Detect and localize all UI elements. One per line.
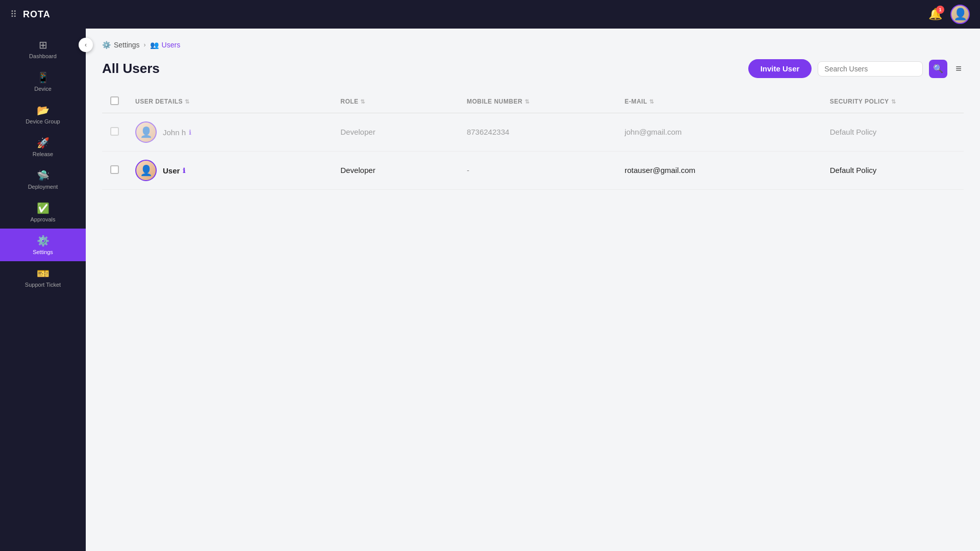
sidebar-item-device-group[interactable]: 📂 Device Group xyxy=(0,98,86,131)
sort-mobile-icon[interactable]: ⇅ xyxy=(525,98,530,105)
deployment-icon: 🛸 xyxy=(37,169,50,182)
th-email: E-MAIL ⇅ xyxy=(617,90,822,113)
invite-user-button[interactable]: Invite User xyxy=(748,59,812,78)
table-header-row: USER DETAILS ⇅ ROLE ⇅ MOBILE NUMBER xyxy=(102,90,964,113)
email-value-0: john@gmail.com xyxy=(625,128,682,136)
search-button[interactable]: 🔍 xyxy=(929,60,947,78)
settings-icon: ⚙️ xyxy=(37,235,50,247)
topbar-right: 🔔 1 👤 xyxy=(928,5,970,24)
breadcrumb: ⚙️ Settings › 👥 Users xyxy=(102,41,964,49)
user-name-0: John h ℹ xyxy=(163,128,191,137)
sort-security-policy-icon[interactable]: ⇅ xyxy=(891,98,896,105)
page-header-actions: Invite User 🔍 ≡ xyxy=(748,59,964,78)
sidebar-item-support-ticket[interactable]: 🎫 Support Ticket xyxy=(0,261,86,294)
breadcrumb-current-icon: 👥 xyxy=(150,41,159,49)
notification-badge: 1 xyxy=(936,6,944,14)
sort-user-details-icon[interactable]: ⇅ xyxy=(185,98,190,105)
sidebar-label-approvals: Approvals xyxy=(31,216,56,222)
role-value-1: Developer xyxy=(340,166,375,174)
page-title: All Users xyxy=(102,61,160,77)
page-header: All Users Invite User 🔍 ≡ xyxy=(102,59,964,78)
sidebar-label-device: Device xyxy=(34,86,52,92)
user-avatar-0: 👤 xyxy=(135,121,157,143)
row-mobile-0: 8736242334 xyxy=(458,113,616,152)
th-security-policy: SECURITY POLICY ⇅ xyxy=(822,90,964,113)
search-box xyxy=(818,61,923,77)
row-role-0: Developer xyxy=(332,113,458,152)
th-role: ROLE ⇅ xyxy=(332,90,458,113)
sidebar-item-dashboard[interactable]: ⊞ Dashboard xyxy=(0,33,86,65)
th-role-label: ROLE xyxy=(340,98,358,105)
th-mobile-number: MOBILE NUMBER ⇅ xyxy=(458,90,616,113)
release-icon: 🚀 xyxy=(37,137,50,149)
user-avatar-icon-0: 👤 xyxy=(140,126,153,138)
filter-button[interactable]: ≡ xyxy=(953,61,964,77)
filter-icon: ≡ xyxy=(955,63,962,74)
security-policy-value-0: Default Policy xyxy=(830,128,877,136)
row-checkbox-0[interactable] xyxy=(110,127,119,136)
sidebar-item-approvals[interactable]: ✅ Approvals xyxy=(0,196,86,229)
breadcrumb-current-label: Users xyxy=(162,41,181,49)
table-row: 👤 User ℹ Developer - rotauser@gmail.com … xyxy=(102,152,964,190)
row-checkbox-1[interactable] xyxy=(110,165,119,174)
row-role-1: Developer xyxy=(332,152,458,190)
avatar-icon: 👤 xyxy=(953,8,967,21)
device-group-icon: 📂 xyxy=(37,104,50,116)
dashboard-icon: ⊞ xyxy=(39,39,47,51)
row-security-policy-1: Default Policy xyxy=(822,152,964,190)
th-checkbox xyxy=(102,90,127,113)
th-user-details: USER DETAILS ⇅ xyxy=(127,90,332,113)
sort-email-icon[interactable]: ⇅ xyxy=(649,98,654,105)
device-icon: 📱 xyxy=(37,71,50,84)
sidebar-label-release: Release xyxy=(33,151,53,157)
users-table: USER DETAILS ⇅ ROLE ⇅ MOBILE NUMBER xyxy=(102,90,964,190)
row-mobile-1: - xyxy=(458,152,616,190)
sidebar-item-release[interactable]: 🚀 Release xyxy=(0,131,86,163)
topbar-left: ⠿ ROTA xyxy=(10,9,51,20)
breadcrumb-settings[interactable]: ⚙️ Settings xyxy=(102,41,140,49)
select-all-checkbox[interactable] xyxy=(110,96,119,105)
sidebar-label-device-group: Device Group xyxy=(26,118,60,124)
user-name-1: User ℹ xyxy=(163,166,185,175)
user-avatar-1: 👤 xyxy=(135,160,157,181)
table-row: 👤 John h ℹ Developer 8736242334 john@gma… xyxy=(102,113,964,152)
th-user-details-label: USER DETAILS xyxy=(135,98,183,105)
sidebar-item-deployment[interactable]: 🛸 Deployment xyxy=(0,163,86,196)
user-avatar[interactable]: 👤 xyxy=(950,5,970,24)
row-user-details-0: 👤 John h ℹ xyxy=(127,113,332,152)
breadcrumb-current: 👥 Users xyxy=(150,41,181,49)
sidebar-item-settings[interactable]: ⚙️ Settings xyxy=(0,229,86,261)
row-checkbox-cell xyxy=(102,152,127,190)
search-icon: 🔍 xyxy=(933,64,943,73)
breadcrumb-chevron: › xyxy=(144,41,146,48)
main-content: ⚙️ Settings › 👥 Users All Users Invite U… xyxy=(86,29,980,551)
mobile-value-1: - xyxy=(467,166,469,174)
sidebar-collapse-button[interactable]: ‹ xyxy=(79,38,93,52)
sidebar-label-support-ticket: Support Ticket xyxy=(25,282,61,288)
email-value-1: rotauser@gmail.com xyxy=(625,166,696,174)
topbar: ⠿ ROTA 🔔 1 👤 xyxy=(0,0,980,29)
grid-icon[interactable]: ⠿ xyxy=(10,9,17,20)
user-info-icon-0[interactable]: ℹ xyxy=(189,129,191,136)
sidebar-label-dashboard: Dashboard xyxy=(29,53,57,59)
breadcrumb-settings-label: Settings xyxy=(114,41,140,49)
role-value-0: Developer xyxy=(340,128,375,136)
app-logo: ROTA xyxy=(23,9,51,20)
user-info-icon-1[interactable]: ℹ xyxy=(183,167,185,174)
search-input[interactable] xyxy=(824,65,916,73)
sidebar-label-deployment: Deployment xyxy=(28,184,58,190)
sidebar-item-device[interactable]: 📱 Device xyxy=(0,65,86,98)
th-security-policy-label: SECURITY POLICY xyxy=(830,98,889,105)
mobile-value-0: 8736242334 xyxy=(467,128,509,136)
row-email-1: rotauser@gmail.com xyxy=(617,152,822,190)
th-email-label: E-MAIL xyxy=(625,98,647,105)
sidebar: ‹ ⊞ Dashboard 📱 Device 📂 Device Group 🚀 … xyxy=(0,29,86,551)
table-body: 👤 John h ℹ Developer 8736242334 john@gma… xyxy=(102,113,964,190)
notification-bell[interactable]: 🔔 1 xyxy=(928,8,942,21)
breadcrumb-settings-icon: ⚙️ xyxy=(102,41,111,49)
approvals-icon: ✅ xyxy=(37,202,50,214)
security-policy-value-1: Default Policy xyxy=(830,166,877,174)
sidebar-label-settings: Settings xyxy=(33,249,53,255)
sort-role-icon[interactable]: ⇅ xyxy=(360,98,365,105)
row-email-0: john@gmail.com xyxy=(617,113,822,152)
